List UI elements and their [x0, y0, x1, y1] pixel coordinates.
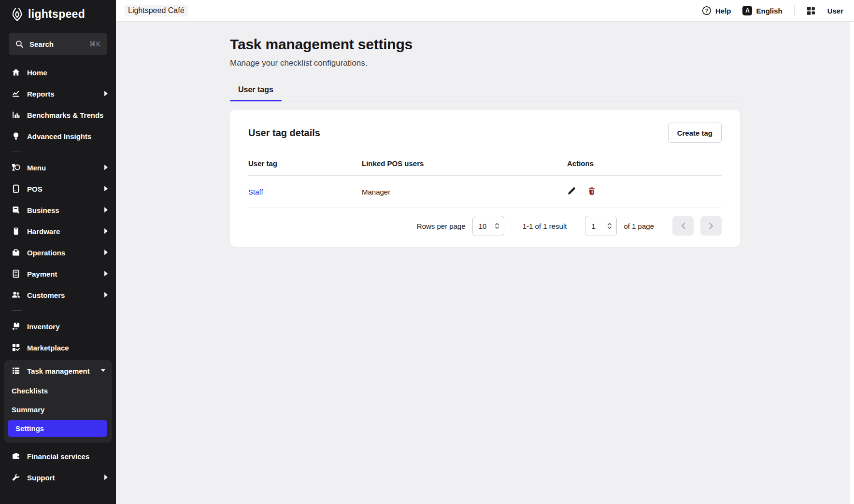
help-icon: ?: [702, 6, 712, 15]
search-icon: [15, 40, 24, 48]
scrollbar-track[interactable]: [850, 22, 854, 504]
sidebar-subitem-checklists[interactable]: Checklists: [4, 381, 112, 400]
column-header-linked-pos-users: Linked POS users: [362, 154, 567, 176]
menu-glass-icon: [12, 163, 20, 172]
language-icon: A: [742, 6, 752, 15]
chevron-right-icon: [104, 91, 108, 96]
pagination-bar: Rows per page 10 1-1 of 1 result 1: [248, 208, 722, 236]
sidebar-item-business[interactable]: Business: [0, 199, 116, 221]
sidebar-item-home[interactable]: Home: [0, 62, 116, 83]
chevron-right-icon: [104, 228, 108, 234]
linked-pos-users-cell: Manager: [362, 176, 567, 208]
sidebar-item-pos[interactable]: POS: [0, 178, 116, 199]
rows-per-page-label: Rows per page: [417, 222, 466, 230]
crate-icon: [12, 248, 20, 257]
sidebar-nav: Home Reports Benchmarks & Trends Ad: [0, 57, 116, 504]
sidebar-divider: [12, 310, 22, 311]
page-subtitle: Manage your checklist configurations.: [230, 58, 740, 68]
sidebar-item-payment[interactable]: Payment: [0, 263, 116, 284]
lightspeed-logo[interactable]: lightspeed: [0, 0, 116, 27]
stepper-arrows-icon: [495, 222, 499, 230]
table-row: Staff Manager: [248, 176, 722, 208]
chevron-right-icon: [709, 223, 713, 229]
tablet-icon: [12, 184, 20, 193]
user-tags-table: User tag Linked POS users Actions Staff …: [248, 154, 722, 208]
sidebar-item-marketplace[interactable]: Marketplace: [0, 337, 116, 358]
chevron-right-icon: [104, 186, 108, 191]
search-placeholder: Search: [29, 40, 84, 48]
phone-icon: [12, 227, 20, 236]
reports-icon: [12, 89, 20, 98]
delete-tag-button[interactable]: [587, 187, 597, 196]
topbar-divider: [794, 5, 795, 16]
user-menu-button[interactable]: User: [827, 7, 843, 15]
svg-text:?: ?: [705, 8, 709, 14]
sidebar-item-support[interactable]: Support: [0, 467, 116, 488]
app-root: lightspeed Search ⌘K Home: [0, 0, 854, 504]
chevron-right-icon: [104, 271, 108, 276]
task-management-group: Task management Checklists Summary Setti…: [4, 360, 112, 443]
sidebar-item-operations[interactable]: Operations: [0, 242, 116, 263]
sidebar-subitem-settings[interactable]: Settings: [8, 420, 107, 437]
stepper-arrows-icon: [607, 222, 612, 230]
help-button[interactable]: ? Help: [702, 6, 731, 15]
sidebar-subitem-summary[interactable]: Summary: [4, 400, 112, 419]
main-column: Lightspeed Café ? Help A English: [116, 0, 854, 504]
sidebar-item-benchmarks-trends[interactable]: Benchmarks & Trends: [0, 104, 116, 126]
tab-user-tags[interactable]: User tags: [230, 85, 282, 101]
create-tag-button[interactable]: Create tag: [668, 123, 722, 143]
chevron-right-icon: [104, 250, 108, 255]
logo-wordmark: lightspeed: [28, 8, 85, 21]
card-title: User tag details: [248, 127, 320, 139]
topbar-right: ? Help A English: [702, 5, 843, 16]
wrench-icon: [12, 473, 20, 482]
home-icon: [12, 68, 20, 77]
actions-cell: [567, 187, 722, 196]
apps-launcher-button[interactable]: [806, 6, 816, 15]
rows-per-page-stepper[interactable]: 10: [472, 216, 504, 236]
chevron-right-icon: [104, 207, 108, 212]
marketplace-grid-icon: [12, 343, 20, 352]
content-area: Task management settings Manage your che…: [116, 22, 854, 504]
sidebar-item-hardware[interactable]: Hardware: [0, 221, 116, 242]
checklist-icon: [12, 366, 20, 375]
chevron-right-icon: [104, 165, 108, 170]
page-total-label: of 1 page: [624, 222, 654, 230]
chevron-right-icon: [104, 475, 108, 480]
sidebar-item-reports[interactable]: Reports: [0, 83, 116, 104]
column-header-actions: Actions: [567, 154, 722, 176]
sidebar-item-financial-services[interactable]: Financial services: [0, 446, 116, 467]
page-title: Task management settings: [230, 36, 740, 53]
lightspeed-flame-icon: [11, 7, 24, 21]
previous-page-button[interactable]: [672, 216, 694, 236]
sidebar-item-customers[interactable]: Customers: [0, 284, 116, 306]
wallet-icon: [12, 452, 20, 461]
language-button[interactable]: A English: [742, 6, 782, 15]
user-tag-details-card: User tag details Create tag User tag Lin…: [230, 110, 740, 247]
trash-icon: [587, 187, 596, 196]
search-shortcut: ⌘K: [89, 40, 100, 48]
business-name[interactable]: Lightspeed Café: [125, 5, 188, 16]
column-header-user-tag: User tag: [248, 154, 362, 176]
calculator-icon: [12, 269, 20, 278]
next-page-button[interactable]: [700, 216, 722, 236]
people-icon: [12, 291, 20, 299]
chevron-down-icon: [101, 369, 105, 372]
sidebar-divider: [12, 152, 22, 152]
tab-bar: User tags: [230, 85, 740, 101]
sidebar-item-menu[interactable]: Menu: [0, 157, 116, 178]
sidebar-item-task-management[interactable]: Task management: [4, 360, 112, 381]
page-number-stepper[interactable]: 1: [585, 216, 617, 236]
sidebar: lightspeed Search ⌘K Home: [0, 0, 116, 504]
search-input[interactable]: Search ⌘K: [9, 33, 107, 55]
chevron-left-icon: [681, 223, 685, 229]
topbar: Lightspeed Café ? Help A English: [116, 0, 854, 22]
user-tag-link[interactable]: Staff: [248, 188, 263, 196]
bar-chart-icon: [12, 111, 20, 119]
apps-grid-icon: [806, 6, 816, 15]
sidebar-item-inventory[interactable]: Inventory: [0, 316, 116, 337]
ledger-icon: [12, 206, 20, 214]
edit-tag-button[interactable]: [567, 187, 577, 196]
pencil-icon: [567, 187, 576, 196]
sidebar-item-advanced-insights[interactable]: Advanced Insights: [0, 126, 116, 147]
